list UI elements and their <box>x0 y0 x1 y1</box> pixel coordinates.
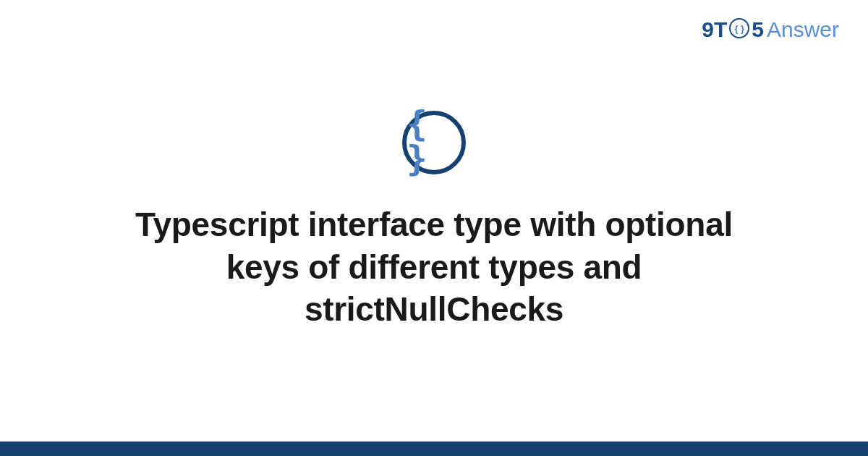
footer-accent-bar <box>0 442 868 456</box>
main-content: { } Typescript interface type with optio… <box>0 0 868 442</box>
page-title: Typescript interface type with optional … <box>101 203 767 332</box>
braces-glyph: { } <box>407 106 461 176</box>
code-braces-icon: { } <box>402 111 466 174</box>
